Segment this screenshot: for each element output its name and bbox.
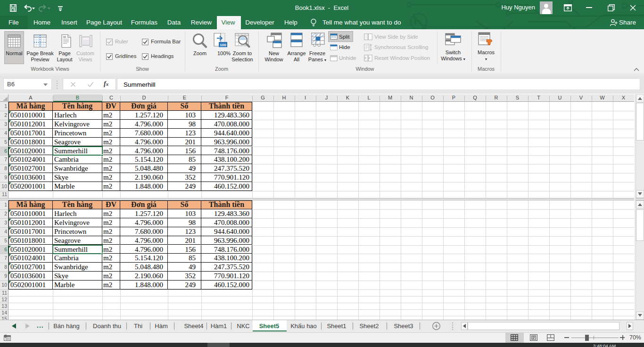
- svg-text:100: 100: [220, 43, 226, 47]
